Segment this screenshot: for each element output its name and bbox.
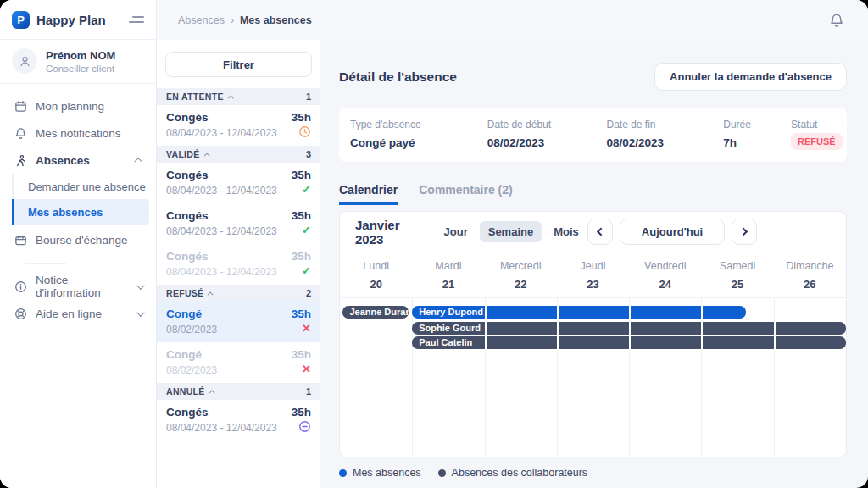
breadcrumb-section[interactable]: Absences xyxy=(178,14,225,26)
sidebar-item-demander-une-absence[interactable]: Demander une absence xyxy=(12,174,156,199)
filter-button[interactable]: Filtrer xyxy=(165,52,312,77)
chevron-left-icon xyxy=(597,228,605,236)
absence-list: EN ATTENTE1Congés35h08/04/2023 - 12/04/2… xyxy=(157,88,320,441)
app-title: Happy Plan xyxy=(36,13,129,27)
absence-hours: 35h xyxy=(292,209,311,222)
calendar-month-label: Janvier 2023 xyxy=(355,218,400,247)
calendar-view-toggle: JourSemaineMois xyxy=(436,221,587,242)
calendar-today-button[interactable]: Aujourd'hui xyxy=(620,219,725,245)
gantt-bar-label: Henry Dupond xyxy=(419,307,483,317)
sidebar-item-label: Demander une absence xyxy=(28,180,146,193)
absence-title: Congés xyxy=(166,250,209,263)
gantt-bar-label: Paul Catelin xyxy=(419,337,472,347)
sidebar-item-mes-notifications[interactable]: Mes notifications xyxy=(0,119,156,147)
notifications-bell-icon[interactable] xyxy=(829,13,844,28)
status-badge: REFUSÉ xyxy=(791,133,843,150)
absence-list-item[interactable]: Congé35h08/02/2023✕ xyxy=(157,342,320,383)
bar-separator xyxy=(557,322,559,335)
profile-role: Conseiller client xyxy=(46,64,115,74)
absence-hours: 35h xyxy=(292,348,311,361)
sidebar-collapse-icon[interactable] xyxy=(129,14,144,25)
check-icon: ✓ xyxy=(302,264,311,277)
view-option-jour[interactable]: Jour xyxy=(436,221,476,242)
topbar: Absences › Mes absences xyxy=(157,0,868,40)
calendar-next-button[interactable] xyxy=(732,219,757,245)
legend-dot xyxy=(339,469,347,477)
absence-title: Congés xyxy=(166,209,209,222)
bar-separator xyxy=(701,322,703,335)
gantt-bar-henry-dupond[interactable]: Henry Dupond xyxy=(412,306,746,319)
calendar-prev-button[interactable] xyxy=(587,219,613,245)
sidebar-item-label: Bourse d'échange xyxy=(36,234,142,247)
tab-calendrier[interactable]: Calendrier xyxy=(339,183,398,205)
day-name: Samedi xyxy=(701,260,773,272)
absence-hours: 35h xyxy=(292,250,311,263)
absence-list-item[interactable]: Congés35h08/04/2023 - 12/04/2023✓ xyxy=(157,203,320,244)
info-icon xyxy=(14,280,27,293)
sidebar-item-mes-absences[interactable]: Mes absences xyxy=(12,199,149,225)
sidebar-item-absences[interactable]: Absences xyxy=(0,147,156,174)
absence-list-item[interactable]: Congés35h08/04/2023 - 12/04/2023✓ xyxy=(157,244,320,285)
summary-label: Durée xyxy=(723,119,791,130)
day-name: Lundi xyxy=(340,260,412,272)
legend-item: Absences des collaborateurs xyxy=(438,467,588,479)
day-header: Mardi21 xyxy=(412,252,484,297)
app-logo: P xyxy=(12,11,30,29)
summary-field: Date de fin08/02/2023 xyxy=(595,119,712,150)
day-name: Dimanche xyxy=(774,260,846,272)
bar-separator xyxy=(485,306,487,319)
minus-circle-icon xyxy=(298,420,311,433)
tab-commentaire-[interactable]: Commentaire (2) xyxy=(419,183,512,205)
bar-separator xyxy=(701,336,703,349)
absence-list-item[interactable]: Congé35h08/02/2023✕ xyxy=(157,302,320,342)
section-header: EN ATTENTE1 xyxy=(157,88,320,105)
section-count: 2 xyxy=(306,288,311,298)
summary-label: Date de fin xyxy=(606,119,712,130)
divider xyxy=(25,263,66,264)
bar-separator xyxy=(629,336,631,349)
absence-list-item[interactable]: Congés35h08/04/2023 - 12/04/2023 xyxy=(157,105,320,146)
absence-hours: 35h xyxy=(292,308,311,320)
day-number: 24 xyxy=(629,278,701,291)
absence-title: Congés xyxy=(166,406,209,419)
calendar-legend: Mes absencesAbsences des collaborateurs xyxy=(339,467,847,479)
calendar-card: Janvier 2023 JourSemaineMois Aujourd'hui… xyxy=(339,211,847,458)
calendar-icon xyxy=(14,100,27,113)
day-name: Vendredi xyxy=(629,260,701,272)
summary-value: Congé payé xyxy=(350,136,476,149)
absence-list-item[interactable]: Congés35h08/04/2023 - 12/04/2023 xyxy=(157,400,320,441)
sidebar-item-label: Mes absences xyxy=(28,206,103,219)
sidebar-item-notice-information[interactable]: Notice d'information xyxy=(0,273,156,300)
chevron-up-icon xyxy=(209,390,214,396)
absence-dates: 08/04/2023 - 12/04/2023 xyxy=(166,422,277,434)
view-option-semaine[interactable]: Semaine xyxy=(480,221,542,242)
chevron-down-icon xyxy=(136,308,145,317)
section-title: EN ATTENTE xyxy=(166,92,224,102)
absence-list-item[interactable]: Congés35h08/04/2023 - 12/04/2023✓ xyxy=(157,163,320,203)
sidebar-item-aide-en-ligne[interactable]: Aide en ligne xyxy=(0,300,156,327)
gantt-bar-label: Sophie Gourd xyxy=(419,323,481,333)
x-icon: ✕ xyxy=(302,322,311,335)
gantt-bar-paul-catelin[interactable]: Paul Catelin xyxy=(412,336,846,349)
gantt-bar-jeanne-durand[interactable]: Jeanne Durand xyxy=(342,306,409,319)
cancel-absence-button[interactable]: Annuler la demande d'absence xyxy=(654,63,847,91)
absence-dates: 08/04/2023 - 12/04/2023 xyxy=(166,127,277,139)
sidebar-item-label: Notice d'information xyxy=(36,274,128,299)
day-header: Dimanche26 xyxy=(774,252,846,297)
sidebar-item-mon-planning[interactable]: Mon planning xyxy=(0,92,156,119)
gantt-bar-sophie-gourd[interactable]: Sophie Gourd xyxy=(412,322,846,335)
user-profile: Prénom NOM Conseiller client xyxy=(0,40,156,84)
help-icon xyxy=(14,308,27,320)
detail-title: Détail de l'absence xyxy=(339,69,457,85)
day-number: 26 xyxy=(774,278,846,291)
sidebar-item-bourse-echange[interactable]: Bourse d'échange xyxy=(0,226,156,253)
section-count: 1 xyxy=(306,386,311,396)
bar-separator xyxy=(557,336,559,349)
day-header: Samedi25 xyxy=(701,252,773,297)
bar-separator xyxy=(485,336,487,349)
summary-label: Statut xyxy=(791,119,847,130)
section-header: ANNULÉ1 xyxy=(157,383,320,400)
absence-dates: 08/02/2023 xyxy=(166,364,217,376)
view-option-mois[interactable]: Mois xyxy=(545,221,587,242)
summary-field: StatutREFUSÉ xyxy=(791,119,847,150)
